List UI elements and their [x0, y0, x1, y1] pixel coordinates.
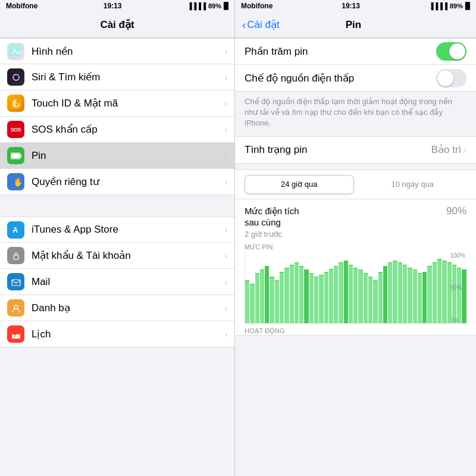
privacy-label: Quyền riêng tư: [32, 176, 224, 188]
chart-bar: [275, 280, 279, 322]
settings-group-1: Hình nền › Siri & Tìm kiếm ›: [0, 38, 234, 195]
itunes-chevron: ›: [224, 225, 227, 234]
chart-section: 24 giờ qua 10 ngày qua Mức điện tíchsau …: [235, 170, 476, 336]
chart-tab-10d-label: 10 ngày qua: [391, 180, 434, 189]
chart-bar: [319, 275, 323, 323]
chart-bar: [413, 270, 417, 322]
hoat-dong-label: HOẠT ĐỘNG: [245, 327, 466, 335]
right-battery-icon: ▉: [465, 2, 470, 10]
battery-status-chevron-icon: ›: [464, 145, 466, 155]
chart-bar: [304, 270, 308, 322]
right-status-bar: Mobifone 19:13 ▐▐▐▐ 89% ▉: [235, 0, 476, 12]
left-status-bar: Mobifone 19:13 ▐▐▐▐ 89% ▉: [0, 0, 234, 12]
settings-group-2: A iTunes & App Store › Mật khẩu & Tài kh…: [0, 217, 234, 347]
mail-icon: [7, 273, 24, 290]
left-time: 19:13: [104, 2, 122, 10]
left-carrier: Mobifone: [6, 2, 37, 10]
siri-icon: [7, 68, 24, 86]
chart-bar: [437, 259, 441, 322]
chart-info-row: Mức điện tíchsau cùng 2 giờ trước 90%: [245, 205, 466, 239]
chart-bar: [255, 273, 259, 322]
chart-bar: [334, 266, 338, 322]
battery-status-row[interactable]: Tình trạng pin Bảo trì ›: [235, 137, 476, 163]
chart-bar: [344, 261, 348, 323]
chart-bar: [290, 265, 294, 323]
sos-label: SOS khẩn cấp: [32, 123, 224, 136]
settings-item-contacts[interactable]: Danh bạ ›: [0, 295, 234, 321]
battery-chevron: ›: [224, 151, 227, 161]
chart-bar: [284, 268, 289, 323]
chart-bar: [373, 280, 377, 322]
settings-item-calendar[interactable]: 7 Lịch ›: [0, 321, 234, 347]
chart-bar: [329, 269, 333, 322]
svg-point-5: [15, 103, 17, 104]
chart-bar: [388, 262, 392, 322]
wallpaper-icon: [7, 43, 24, 60]
chart-info: Mức điện tíchsau cùng 2 giờ trước 90%: [235, 199, 476, 241]
chart-bar: [265, 266, 269, 322]
right-status-icons: ▐▐▐▐ 89% ▉: [429, 2, 470, 10]
chart-bar: [378, 272, 383, 323]
itunes-icon: A: [7, 221, 24, 239]
svg-text:A: A: [12, 226, 18, 234]
itunes-label: iTunes & App Store: [32, 224, 224, 236]
mail-label: Mail: [32, 276, 224, 288]
settings-item-password[interactable]: Mật khẩu & Tài khoản ›: [0, 243, 234, 269]
chart-bar: [403, 265, 407, 323]
chart-bar: [408, 268, 412, 323]
toggle-phantram-knob: [449, 43, 465, 60]
chart-bar: [349, 265, 353, 323]
password-icon: [7, 247, 24, 264]
chart-tabs: 24 giờ qua 10 ngày qua: [235, 170, 476, 199]
chart-bars: [245, 252, 466, 324]
back-chevron-icon: ‹: [242, 18, 246, 32]
siri-label: Siri & Tìm kiếm: [32, 71, 224, 83]
toggle-phantram-switch[interactable]: [436, 42, 466, 61]
settings-item-privacy[interactable]: ✋ Quyền riêng tư ›: [0, 169, 234, 195]
right-battery-text: 89%: [450, 2, 463, 10]
chart-tab-24h[interactable]: 24 giờ qua: [245, 175, 354, 194]
chart-bar: [398, 262, 402, 322]
settings-item-mail[interactable]: Mail ›: [0, 269, 234, 295]
chart-bar: [418, 273, 422, 322]
chart-container: MỨC PIN 100% 50% 0% HOẠT ĐỘNG: [235, 241, 476, 335]
chart-bar: [299, 266, 303, 322]
battery-icon: ▉: [224, 2, 228, 10]
chart-bar: [309, 273, 314, 322]
settings-item-sos[interactable]: SOS SOS khẩn cấp ›: [0, 117, 234, 143]
left-nav-title: Cài đặt: [100, 18, 134, 31]
chart-tab-10d[interactable]: 10 ngày qua: [359, 175, 467, 194]
chart-bar: [260, 270, 264, 322]
chart-bar: [427, 266, 431, 322]
toggle-cheodo-knob: [437, 70, 453, 86]
back-label: Cài đặt: [247, 18, 279, 31]
settings-item-wallpaper[interactable]: Hình nền ›: [0, 38, 234, 64]
chart-info-title: Mức điện tíchsau cùng: [245, 205, 446, 228]
chart-bar: [270, 277, 274, 322]
chart-info-left: Mức điện tíchsau cùng 2 giờ trước: [245, 205, 446, 239]
chart-bar: [433, 262, 437, 322]
battery-settings-icon: [7, 147, 24, 164]
password-label: Mật khẩu & Tài khoản: [32, 249, 224, 262]
settings-item-itunes[interactable]: A iTunes & App Store ›: [0, 217, 234, 243]
y-label-50: 50%: [450, 284, 465, 291]
battery-status-section: Tình trạng pin Bảo trì ›: [235, 136, 476, 164]
left-nav-bar: Cài đặt: [0, 12, 234, 38]
back-button[interactable]: ‹ Cài đặt: [242, 18, 280, 32]
calendar-chevron: ›: [224, 330, 227, 339]
chart-bar: [250, 284, 254, 322]
left-panel: Mobifone 19:13 ▐▐▐▐ 89% ▉ Cài đặt: [0, 0, 235, 476]
settings-item-touchid[interactable]: Touch ID & Mật mã ›: [0, 90, 234, 117]
settings-item-battery[interactable]: Pin ›: [0, 143, 234, 169]
privacy-icon: ✋: [7, 173, 24, 190]
sos-chevron: ›: [224, 125, 227, 134]
settings-item-siri[interactable]: Siri & Tìm kiếm ›: [0, 64, 234, 90]
chart-bar: [442, 261, 446, 323]
chart-bar: [422, 272, 427, 323]
contacts-chevron: ›: [224, 303, 227, 313]
toggle-cheodo-switch[interactable]: [436, 69, 466, 87]
calendar-label: Lịch: [32, 328, 224, 340]
chart-bar: [393, 261, 397, 323]
chart-bar: [280, 272, 284, 323]
chart-y-labels: 100% 50% 0%: [450, 252, 466, 324]
